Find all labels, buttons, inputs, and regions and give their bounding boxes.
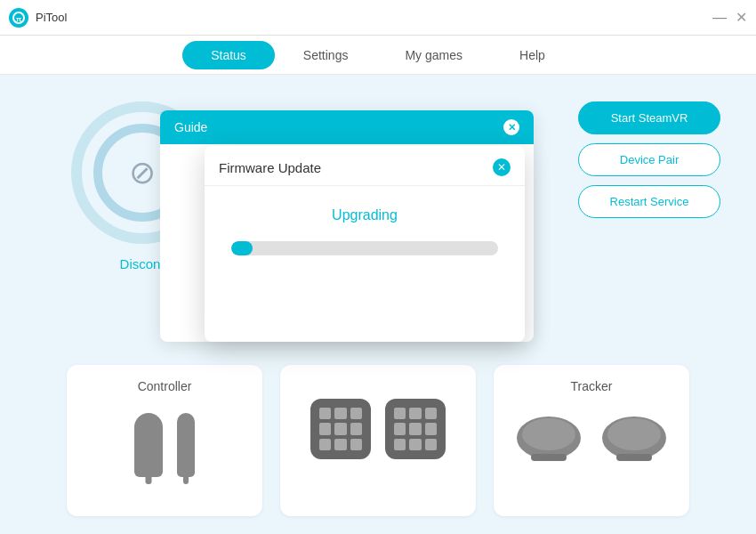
nav-bar: Status Settings My games Help — [0, 36, 756, 75]
start-steamvr-button[interactable]: Start SteamVR — [578, 101, 720, 134]
nav-settings[interactable]: Settings — [275, 41, 377, 69]
main-content: ⊘ Disconnected Start SteamVR Device Pair… — [0, 75, 756, 534]
grid-device-left — [310, 399, 371, 459]
svg-text:π: π — [16, 15, 21, 23]
tracker-card-title: Tracker — [571, 379, 613, 393]
svg-point-6 — [607, 418, 661, 450]
tracker-icon-left — [513, 413, 584, 466]
controller-card: Controller — [67, 365, 262, 516]
firmware-dialog-body: Upgrading — [205, 186, 525, 273]
title-bar-controls: — ✕ — [712, 11, 747, 25]
firmware-close-button[interactable]: ✕ — [493, 158, 511, 176]
guide-close-button[interactable]: ✕ — [503, 119, 519, 135]
grid-device-card — [280, 365, 476, 516]
svg-point-3 — [522, 418, 575, 450]
app-title: PiTool — [36, 11, 67, 24]
controller-icon-right — [177, 413, 195, 477]
tracker-icon-right — [599, 413, 670, 466]
right-panel: Start SteamVR Device Pair Restart Servic… — [578, 101, 720, 218]
svg-rect-7 — [616, 454, 652, 461]
firmware-progress-fill — [231, 241, 253, 255]
nav-help[interactable]: Help — [491, 41, 574, 69]
nav-status[interactable]: Status — [182, 41, 275, 69]
device-pair-button[interactable]: Device Pair — [578, 143, 720, 176]
title-bar-left: π PiTool — [9, 8, 67, 28]
cards-row: Controller — [67, 365, 689, 516]
controller-card-title: Controller — [138, 379, 192, 393]
firmware-status-text: Upgrading — [332, 207, 398, 223]
svg-rect-4 — [531, 454, 567, 461]
firmware-progress-bar — [231, 241, 498, 255]
guide-dialog-header: Guide ✕ — [160, 110, 534, 144]
minimize-button[interactable]: — — [712, 11, 727, 25]
grid-device-icons — [310, 399, 446, 459]
firmware-dialog-header: Firmware Update ✕ — [205, 146, 525, 186]
title-bar: π PiTool — ✕ — [0, 0, 756, 36]
grid-device-right — [385, 399, 446, 459]
guide-dialog-title: Guide — [174, 120, 207, 134]
firmware-dialog-title: Firmware Update — [219, 160, 321, 175]
tracker-card: Tracker — [494, 365, 689, 516]
tracker-icons — [513, 413, 670, 466]
headset-icon: ⊘ — [129, 154, 156, 191]
close-button[interactable]: ✕ — [736, 11, 747, 25]
restart-service-button[interactable]: Restart Service — [578, 185, 720, 218]
controller-icon-left — [134, 413, 163, 477]
app-logo: π — [9, 8, 28, 28]
controller-icons — [134, 413, 195, 477]
nav-my-games[interactable]: My games — [376, 41, 491, 69]
firmware-dialog: Firmware Update ✕ Upgrading — [205, 146, 525, 342]
